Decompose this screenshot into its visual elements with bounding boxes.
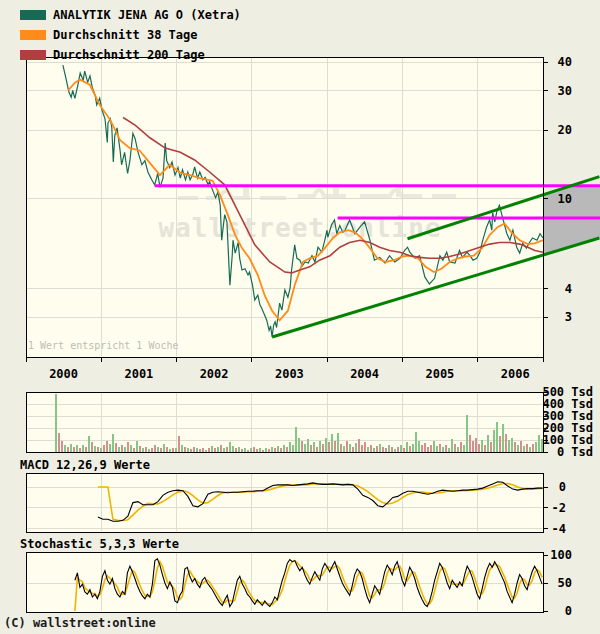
volume-bar [283,445,285,452]
volume-bar [388,445,390,452]
volume-bar [94,446,96,452]
volume-bar [82,445,84,452]
volume-bar [79,448,81,452]
volume-bar [145,447,147,452]
volume-bar [319,441,321,452]
volume-bar [376,446,378,452]
y-tick-label: 40 [558,55,572,69]
volume-bar [307,439,309,452]
volume-bar [154,445,156,452]
volume-bar [142,448,144,452]
price-color-swatch [20,10,46,20]
volume-bar [448,448,450,452]
volume-bar [124,447,126,452]
volume-bar [166,447,168,452]
y-tick-label: 100 [550,548,572,562]
volume-bar [334,441,336,452]
volume-bar [397,447,399,452]
volume-bar [415,432,417,452]
volume-bar [469,435,471,452]
volume-bar [457,447,459,452]
volume-bar [136,441,138,452]
volume-bar [97,447,99,452]
volume-bar [163,444,165,452]
y-tick-label: 30 [558,84,572,98]
volume-bar [496,422,498,452]
panel-bg [26,57,543,357]
volume-bar [331,434,333,452]
volume-bar [490,442,492,452]
volume-bar [208,448,210,452]
volume-bar [259,448,261,452]
volume-bar [538,435,540,452]
y-tick-label: 10 [558,192,572,206]
legend: ANALYTIK JENA AG O (Xetra) Durchschnitt … [20,5,241,65]
volume-bar [391,447,393,452]
volume-bar [439,444,441,452]
y-tick-label: 0 [559,480,566,494]
volume-bar [313,442,315,452]
volume-bar [151,448,153,452]
volume-bar [238,447,240,452]
volume-bar [424,443,426,452]
volume-bar [322,444,324,452]
volume-bar [118,447,120,452]
volume-bar [286,447,288,452]
volume-bar [160,448,162,452]
volume-bar [220,445,222,452]
volume-bar [520,441,522,452]
volume-bar [385,448,387,452]
volume-bar [103,445,105,452]
volume-bar [478,444,480,452]
y-tick-label: 0 [565,604,572,618]
volume-bar [133,448,135,452]
volume-bar [328,442,330,452]
x-tick-label: 2002 [200,367,229,381]
volume-bar [514,442,516,452]
volume-bar [463,445,465,452]
volume-bar [472,441,474,452]
volume-bar [370,445,372,452]
volume-bar [493,430,495,452]
volume-bar [157,447,159,452]
volume-bar [427,447,429,452]
volume-bar [274,448,276,452]
volume-bar [505,434,507,452]
volume-bar [211,446,213,452]
volume-bar [502,424,504,452]
volume-bar [277,446,279,452]
volume-bar [436,446,438,452]
watermark-squiggle [396,186,401,197]
volume-bar [532,444,534,452]
volume-bar [337,433,339,452]
x-tick-label: 2001 [124,367,153,381]
scale-note: 1 Wert entspricht 1 Woche [28,340,179,351]
volume-bar [430,445,432,452]
y-tick-label: 0 Tsd [557,445,593,459]
volume-bar [175,448,177,452]
volume-bar [304,444,306,452]
y-tick-label: -4 [552,522,566,536]
volume-bar [349,444,351,452]
volume-bar [406,442,408,452]
volume-bar [316,447,318,452]
volume-bar [58,433,60,452]
volume-bar [355,443,357,452]
volume-bar [529,447,531,452]
volume-bar [253,447,255,452]
volume-bar [526,444,528,452]
volume-bar [367,447,369,452]
volume-bar [91,442,93,452]
volume-bar [250,448,252,452]
volume-bar [517,445,519,452]
panel-bg [26,392,543,452]
volume-bar [196,448,198,452]
volume-bar [364,442,366,452]
volume-bar [178,436,180,452]
legend-item-ma38: Durchschnitt 38 Tage [20,25,241,45]
volume-bar [499,436,501,452]
y-tick-label: 4 [565,282,572,296]
volume-bar [454,444,456,452]
volume-bar [139,446,141,452]
volume-bar [55,394,57,452]
